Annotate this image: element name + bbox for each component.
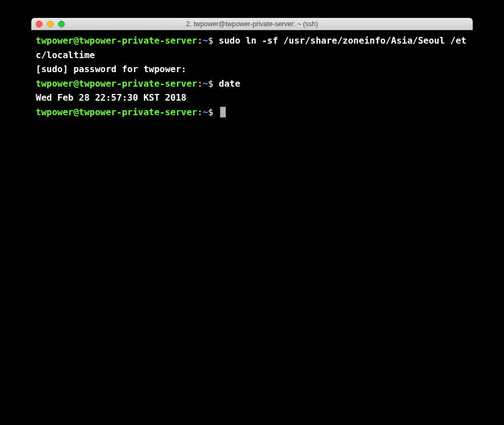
terminal-line: twpower@twpower-private-server:~$ date — [36, 77, 468, 91]
close-icon[interactable] — [36, 21, 42, 27]
prompt-userhost: twpower@twpower-private-server — [36, 35, 197, 46]
prompt-userhost: twpower@twpower-private-server — [36, 107, 197, 117]
prompt-path: ~ — [203, 107, 208, 117]
title-bar: 2. twpower@twpower-private-server: ~ (ss… — [31, 18, 473, 30]
prompt-userhost: twpower@twpower-private-server — [36, 78, 197, 89]
prompt-symbol: $ — [208, 78, 213, 89]
window-title: 2. twpower@twpower-private-server: ~ (ss… — [186, 20, 318, 28]
prompt-symbol: $ — [208, 35, 213, 46]
terminal-line: Wed Feb 28 22:57:30 KST 2018 — [36, 91, 468, 105]
terminal-line: twpower@twpower-private-server:~$ sudo l… — [36, 34, 468, 62]
prompt-separator: : — [197, 78, 203, 89]
maximize-icon[interactable] — [58, 21, 65, 27]
output-text: Wed Feb 28 22:57:30 KST 2018 — [36, 92, 187, 103]
terminal-window: 2. twpower@twpower-private-server: ~ (ss… — [31, 18, 473, 404]
terminal-line: [sudo] password for twpower: — [36, 62, 468, 77]
cursor-icon — [220, 107, 226, 117]
traffic-lights — [36, 21, 65, 27]
command-text: date — [213, 78, 240, 89]
output-text: [sudo] password for twpower: — [36, 64, 187, 74]
minimize-icon[interactable] — [47, 21, 54, 27]
terminal-line: twpower@twpower-private-server:~$ — [36, 105, 468, 120]
prompt-separator: : — [197, 35, 203, 46]
prompt-separator: : — [197, 107, 203, 117]
command-2: date — [219, 78, 241, 89]
prompt-path: ~ — [203, 78, 208, 89]
terminal-body[interactable]: twpower@twpower-private-server:~$ sudo l… — [31, 30, 473, 404]
prompt-symbol: $ — [208, 107, 213, 117]
prompt-path: ~ — [203, 35, 208, 46]
